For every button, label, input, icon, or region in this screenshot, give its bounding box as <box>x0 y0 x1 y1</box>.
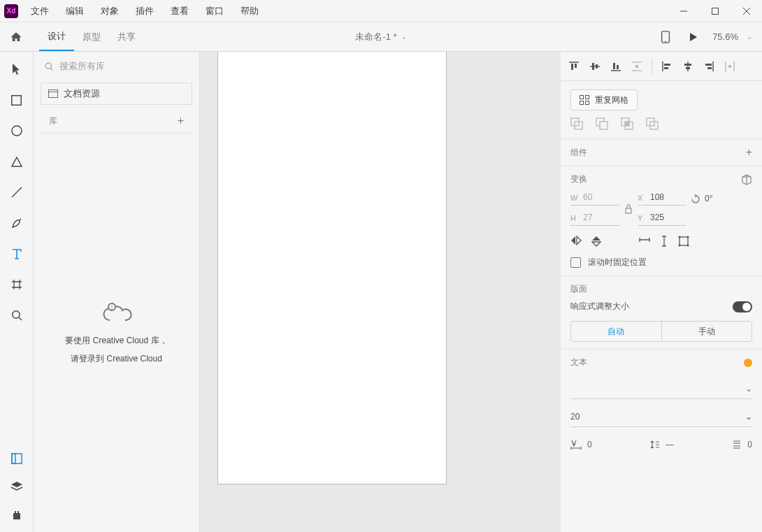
menu-file[interactable]: 文件 <box>22 0 57 22</box>
library-label: 库 <box>49 115 57 127</box>
fix-on-scroll-checkbox[interactable]: 滚动时固定位置 <box>570 257 752 268</box>
text-width-auto[interactable] <box>639 236 650 247</box>
flip-horizontal-button[interactable] <box>570 236 582 247</box>
repeat-grid-button[interactable]: 重复网格 <box>570 89 638 110</box>
library-search-input[interactable]: 搜索所有库 <box>41 57 192 76</box>
svg-rect-24 <box>707 67 712 69</box>
pen-tool[interactable] <box>6 215 27 231</box>
boolean-exclude[interactable] <box>646 117 659 130</box>
add-component-button[interactable]: + <box>746 146 752 159</box>
svg-point-41 <box>679 236 681 238</box>
polygon-tool[interactable] <box>6 154 27 169</box>
artboard[interactable] <box>218 52 446 484</box>
text-tool[interactable] <box>6 246 27 261</box>
font-family-dropdown[interactable]: ⌄ <box>570 378 752 399</box>
line-spacing-icon <box>650 440 660 450</box>
layout-label: 版面 <box>570 283 752 295</box>
text-height-auto[interactable] <box>660 236 668 247</box>
text-label: 文本 <box>570 357 587 368</box>
plugins-panel-toggle[interactable] <box>6 507 27 522</box>
char-spacing-field[interactable]: 0 <box>570 440 592 450</box>
right-panel: 重复网格 组件 + 变换 W60 <box>561 52 762 532</box>
zoom-dropdown[interactable]: 75.6% ⌄ <box>712 31 756 42</box>
boolean-subtract[interactable] <box>596 117 608 130</box>
svg-rect-33 <box>600 122 608 129</box>
document-title-dropdown[interactable]: 未命名-1 * ⌄ <box>355 31 406 43</box>
artboard-tool[interactable] <box>6 277 27 292</box>
height-field[interactable]: H27 <box>570 213 619 226</box>
rotation-field[interactable]: 0° <box>691 194 740 205</box>
char-spacing-icon <box>570 440 582 450</box>
align-left[interactable] <box>661 60 673 73</box>
select-tool[interactable] <box>6 62 27 77</box>
tab-prototype[interactable]: 原型 <box>74 22 109 51</box>
tab-share[interactable]: 共享 <box>109 22 144 51</box>
component-section-header: 组件 + <box>561 139 762 166</box>
repeat-grid-label: 重复网格 <box>595 94 628 106</box>
canvas[interactable] <box>200 52 561 532</box>
align-vcenter[interactable] <box>589 60 601 73</box>
libraries-panel-toggle[interactable] <box>6 451 27 466</box>
boolean-intersect[interactable] <box>621 117 633 130</box>
align-top[interactable] <box>568 60 580 73</box>
svg-point-43 <box>679 245 681 247</box>
creative-cloud-icon: ! <box>100 301 134 323</box>
menu-edit[interactable]: 编辑 <box>57 0 92 22</box>
window-minimize[interactable] <box>668 0 699 22</box>
rectangle-tool[interactable] <box>6 92 27 108</box>
cc-message-line2: 请登录到 Creative Cloud <box>71 352 162 365</box>
window-close[interactable] <box>731 0 762 22</box>
x-field[interactable]: X108 <box>638 192 686 206</box>
tab-design[interactable]: 设计 <box>39 22 74 51</box>
width-field[interactable]: W60 <box>570 192 619 206</box>
font-size-dropdown[interactable]: 20 ⌄ <box>570 406 752 427</box>
responsive-toggle[interactable] <box>733 301 752 312</box>
responsive-auto-button[interactable]: 自动 <box>571 322 662 341</box>
font-size-value: 20 <box>570 412 580 422</box>
svg-rect-7 <box>12 454 15 463</box>
document-assets-label: 文档资源 <box>64 87 100 100</box>
zoom-tool[interactable] <box>6 308 27 323</box>
add-library-button[interactable]: + <box>178 115 184 127</box>
chevron-down-icon: ⌄ <box>401 33 407 41</box>
lock-aspect-button[interactable] <box>624 204 633 214</box>
boolean-add[interactable] <box>570 117 583 130</box>
text-section: 文本 ⌄ 20 ⌄ 0 — 0 <box>561 350 762 454</box>
flip-vertical-button[interactable] <box>591 236 601 247</box>
menu-help[interactable]: 帮助 <box>232 0 267 22</box>
repeat-grid-section: 重复网格 <box>561 81 762 139</box>
left-panel: 搜索所有库 文档资源 库 + ! 要使用 Creative Cloud 库， 请… <box>34 52 200 532</box>
text-fixed-size[interactable] <box>678 236 689 247</box>
svg-point-2 <box>665 41 666 42</box>
main-menu: 文件 编辑 对象 插件 查看 窗口 帮助 <box>22 0 267 22</box>
distribute-v[interactable] <box>631 60 643 73</box>
paragraph-spacing-icon <box>732 440 742 450</box>
document-icon <box>48 89 58 98</box>
home-button[interactable] <box>6 27 27 48</box>
responsive-manual-button[interactable]: 手动 <box>662 322 752 341</box>
menu-window[interactable]: 窗口 <box>197 0 232 22</box>
document-assets-button[interactable]: 文档资源 <box>41 82 192 105</box>
paragraph-spacing-field[interactable]: 0 <box>732 440 752 450</box>
transform-label: 变换 <box>570 173 587 185</box>
window-maximize[interactable] <box>699 0 731 22</box>
3d-transform-icon[interactable] <box>741 174 752 185</box>
svg-point-42 <box>687 236 689 238</box>
ellipse-tool[interactable] <box>6 123 27 138</box>
distribute-h[interactable] <box>724 60 736 73</box>
line-spacing-field[interactable]: — <box>650 440 674 450</box>
layers-panel-toggle[interactable] <box>6 479 27 494</box>
menu-object[interactable]: 对象 <box>92 0 127 22</box>
align-right[interactable] <box>703 60 715 73</box>
svg-rect-18 <box>635 65 638 68</box>
device-preview-button[interactable] <box>656 28 675 46</box>
svg-rect-14 <box>592 63 594 70</box>
align-hcenter[interactable] <box>682 60 694 73</box>
menu-plugins[interactable]: 插件 <box>127 0 162 22</box>
align-bottom[interactable] <box>610 60 622 73</box>
svg-rect-12 <box>571 64 573 70</box>
play-preview-button[interactable] <box>684 28 703 46</box>
line-tool[interactable] <box>6 185 27 200</box>
y-field[interactable]: Y325 <box>638 213 686 226</box>
menu-view[interactable]: 查看 <box>162 0 197 22</box>
